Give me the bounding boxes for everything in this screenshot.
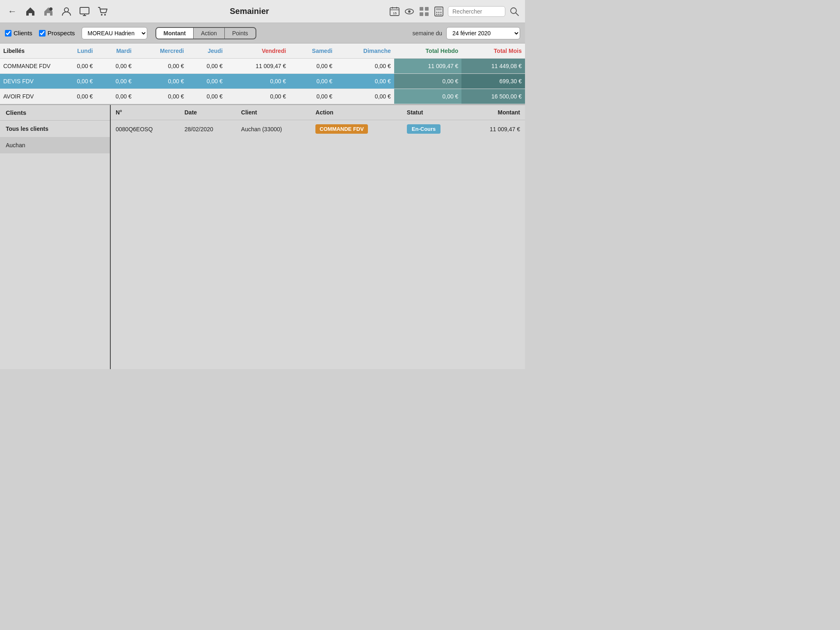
th-mercredi: Mercredi [135, 43, 187, 59]
th-vendredi: Vendredi [226, 43, 290, 59]
cell-vendredi: 0,00 € [226, 74, 290, 89]
cell-samedi: 0,00 € [289, 89, 336, 104]
clients-list-item[interactable]: Auchan [0, 137, 110, 153]
cell-mardi: 0,00 € [96, 74, 135, 89]
toggle-points[interactable]: Points [225, 28, 256, 39]
svg-point-17 [441, 11, 442, 13]
statut-badge: En-Cours [407, 124, 441, 134]
svg-rect-10 [425, 7, 429, 11]
cell-vendredi: 0,00 € [226, 89, 290, 104]
svg-point-1 [64, 8, 68, 12]
th-statut: Statut [402, 105, 466, 120]
search-input[interactable] [448, 6, 505, 17]
svg-point-4 [104, 14, 106, 16]
th-dimanche: Dimanche [336, 43, 394, 59]
svg-point-19 [438, 14, 440, 15]
cell-mardi: 0,00 € [96, 59, 135, 74]
svg-point-15 [436, 11, 438, 13]
clients-label: Clients [14, 30, 32, 37]
prospects-label: Prospects [48, 30, 75, 37]
eye-icon[interactable] [404, 6, 415, 17]
table-row[interactable]: DEVIS FDV0,00 €0,00 €0,00 €0,00 €0,00 €0… [0, 74, 525, 89]
th-total-hebdo: Total Hebdo [394, 43, 462, 59]
svg-point-0 [49, 7, 52, 11]
toggle-montant[interactable]: Montant [156, 28, 194, 39]
view-toggle-group: Montant Action Points [155, 27, 256, 39]
th-libelles: Libellés [0, 43, 57, 59]
back-icon[interactable]: ← [5, 4, 20, 19]
home-icon[interactable] [23, 4, 38, 19]
clients-checkbox-label[interactable]: Clients [5, 30, 32, 37]
cell-libelle: AVOIR FDV [0, 89, 57, 104]
svg-point-18 [436, 14, 438, 15]
clients-list-item[interactable]: Tous les clients [0, 121, 110, 137]
svg-point-8 [408, 10, 411, 13]
semaine-label: semaine du [413, 30, 442, 37]
cell-jeudi: 0,00 € [187, 59, 226, 74]
detail-cell-montant: 11 009,47 € [466, 120, 525, 138]
th-mardi: Mardi [96, 43, 135, 59]
calendar-icon[interactable]: 15 [389, 6, 400, 17]
table-header-row: Libellés Lundi Mardi Mercredi Jeudi Vend… [0, 43, 525, 59]
cart-icon[interactable] [95, 4, 110, 19]
filter-bar: Clients Prospects MOREAU Hadrien Montant… [0, 23, 525, 43]
cell-total-mois: 16 500,00 € [461, 89, 525, 104]
th-samedi: Samedi [289, 43, 336, 59]
table-row[interactable]: COMMANDE FDV0,00 €0,00 €0,00 €0,00 €11 0… [0, 59, 525, 74]
app-title: Semainier [113, 7, 386, 16]
cell-mercredi: 0,00 € [135, 89, 187, 104]
cell-libelle: DEVIS FDV [0, 74, 57, 89]
clients-panel-header: Clients [0, 105, 110, 121]
svg-text:15: 15 [393, 11, 397, 15]
cell-total-hebdo: 11 009,47 € [394, 59, 462, 74]
table-row[interactable]: AVOIR FDV0,00 €0,00 €0,00 €0,00 €0,00 €0… [0, 89, 525, 104]
search-icon[interactable] [509, 6, 520, 17]
th-lundi: Lundi [57, 43, 96, 59]
cell-lundi: 0,00 € [57, 89, 96, 104]
cell-dimanche: 0,00 € [336, 89, 394, 104]
detail-cell-date: 28/02/2020 [180, 120, 236, 138]
svg-rect-2 [80, 7, 89, 14]
cell-mercredi: 0,00 € [135, 74, 187, 89]
calculator-icon[interactable] [433, 6, 445, 17]
th-jeudi: Jeudi [187, 43, 226, 59]
cell-jeudi: 0,00 € [187, 89, 226, 104]
main-table: Libellés Lundi Mardi Mercredi Jeudi Vend… [0, 43, 525, 104]
svg-point-20 [441, 14, 442, 15]
prospects-checkbox[interactable] [39, 30, 46, 37]
th-action: Action [310, 105, 402, 120]
cell-jeudi: 0,00 € [187, 74, 226, 89]
cell-total-hebdo: 0,00 € [394, 74, 462, 89]
th-numero: N° [111, 105, 180, 120]
clients-checkbox[interactable] [5, 30, 11, 37]
person-icon[interactable] [59, 4, 74, 19]
toolbar: ← Semainier [0, 0, 525, 23]
svg-rect-9 [420, 7, 423, 11]
home2-icon[interactable] [41, 4, 56, 19]
th-date: Date [180, 105, 236, 120]
cell-vendredi: 11 009,47 € [226, 59, 290, 74]
action-badge: COMMANDE FDV [315, 124, 368, 134]
cell-samedi: 0,00 € [289, 74, 336, 89]
main-table-wrap: Libellés Lundi Mardi Mercredi Jeudi Vend… [0, 43, 525, 105]
filter-right: semaine du 24 février 2020 [413, 27, 520, 39]
th-client: Client [236, 105, 310, 120]
detail-cell-action: COMMANDE FDV [310, 120, 402, 138]
user-dropdown[interactable]: MOREAU Hadrien [82, 27, 147, 39]
date-dropdown[interactable]: 24 février 2020 [446, 27, 520, 39]
monitor-icon[interactable] [77, 4, 92, 19]
detail-row[interactable]: 0080Q6EOSQ28/02/2020Auchan (33000)COMMAN… [111, 120, 525, 138]
svg-rect-11 [420, 12, 423, 16]
cell-lundi: 0,00 € [57, 74, 96, 89]
svg-rect-14 [436, 8, 442, 10]
svg-point-3 [101, 14, 103, 16]
grid-icon[interactable] [418, 6, 430, 17]
detail-cell-numero: 0080Q6EOSQ [111, 120, 180, 138]
th-total-mois: Total Mois [461, 43, 525, 59]
prospects-checkbox-label[interactable]: Prospects [39, 30, 75, 37]
detail-cell-client: Auchan (33000) [236, 120, 310, 138]
bottom-section: Clients Tous les clientsAuchan N° Date C… [0, 105, 525, 369]
cell-dimanche: 0,00 € [336, 59, 394, 74]
toggle-action[interactable]: Action [194, 28, 225, 39]
detail-cell-statut: En-Cours [402, 120, 466, 138]
